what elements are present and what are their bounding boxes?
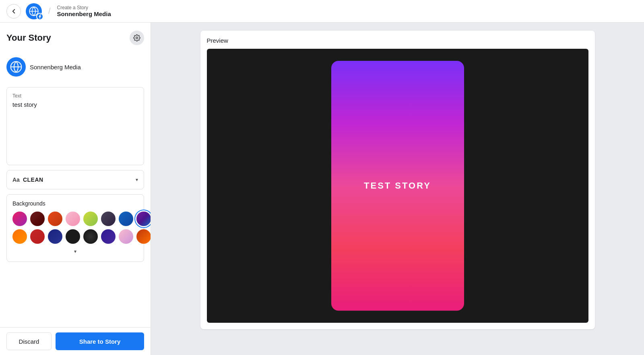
svg-point-1 (136, 37, 138, 39)
background-circle-bg16[interactable] (136, 229, 151, 244)
font-selector-left: Aa CLEAN (12, 176, 43, 183)
font-selector[interactable]: Aa CLEAN ▾ (6, 170, 144, 189)
topbar-subtitle: Create a Story (57, 5, 111, 10)
background-circle-bg6[interactable] (101, 212, 116, 226)
font-name-label: CLEAN (23, 176, 43, 183)
topbar-title: Sonnenberg Media (57, 10, 111, 17)
show-more-button[interactable]: ▾ (12, 247, 138, 256)
story-text-input[interactable] (12, 101, 138, 158)
page-row: Sonnenberg Media (6, 53, 144, 81)
preview-area: Preview TEST STORY (151, 23, 644, 355)
background-circle-bg3[interactable] (48, 212, 62, 226)
chevron-down-icon: ▾ (136, 177, 138, 183)
gear-icon (133, 34, 140, 42)
page-avatar (6, 57, 26, 77)
backgrounds-grid (12, 212, 138, 244)
preview-canvas: TEST STORY (207, 49, 588, 323)
background-circle-bg4[interactable] (66, 212, 80, 226)
settings-button[interactable] (130, 31, 144, 45)
background-circle-bg9[interactable] (12, 229, 27, 244)
sidebar-inner: Your Story Sonnenberg Media (0, 23, 151, 327)
story-preview: TEST STORY (331, 61, 464, 311)
back-icon (10, 8, 17, 15)
background-circle-bg8[interactable] (136, 212, 151, 226)
text-section: Text (6, 87, 144, 165)
discard-button[interactable]: Discard (6, 332, 52, 350)
topbar-divider: / (48, 6, 51, 16)
topbar-text: Create a Story Sonnenberg Media (57, 5, 111, 17)
preview-label: Preview (207, 37, 588, 44)
facebook-badge (36, 13, 43, 20)
topbar: / Create a Story Sonnenberg Media (0, 0, 644, 23)
sidebar-header: Your Story (6, 31, 144, 45)
background-circle-bg12[interactable] (66, 229, 80, 244)
font-aa-label: Aa (12, 176, 20, 183)
background-circle-bg1[interactable] (12, 212, 27, 226)
share-to-story-button[interactable]: Share to Story (56, 332, 144, 350)
background-circle-bg10[interactable] (30, 229, 45, 244)
preview-card: Preview TEST STORY (200, 31, 595, 329)
background-circle-bg15[interactable] (119, 229, 133, 244)
bottom-bar: Discard Share to Story (0, 327, 151, 355)
text-label: Text (12, 93, 138, 99)
page-name: Sonnenberg Media (30, 64, 81, 71)
back-button[interactable] (6, 4, 21, 19)
brand-logo (26, 3, 42, 19)
story-text-overlay: TEST STORY (364, 181, 431, 191)
background-circle-bg5[interactable] (83, 212, 98, 226)
background-circle-bg14[interactable] (101, 229, 116, 244)
sidebar-title: Your Story (6, 33, 51, 43)
background-circle-bg7[interactable] (119, 212, 133, 226)
main-layout: Your Story Sonnenberg Media (0, 23, 644, 355)
sidebar: Your Story Sonnenberg Media (0, 23, 151, 355)
backgrounds-title: Backgrounds (12, 200, 138, 207)
background-circle-bg2[interactable] (30, 212, 45, 226)
background-circle-bg11[interactable] (48, 229, 62, 244)
backgrounds-section: Backgrounds ▾ (6, 194, 144, 262)
background-circle-bg13[interactable] (83, 229, 98, 244)
